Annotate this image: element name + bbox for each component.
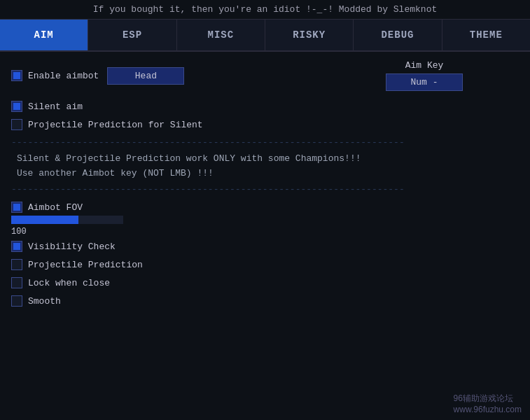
aim-key-label: Aim Key — [405, 60, 444, 71]
silent-aim-checkbox[interactable] — [11, 101, 22, 112]
tab-risky[interactable]: RISKY — [265, 20, 354, 50]
watermark: 96辅助游戏论坛www.96fuzhu.com — [454, 393, 522, 414]
aim-key-button[interactable]: Num - — [386, 74, 463, 91]
aimbot-fov-row: Aimbot FOV — [11, 202, 519, 213]
enable-aimbot-checkbox[interactable] — [11, 70, 22, 81]
target-dropdown[interactable]: Head — [107, 67, 184, 85]
separator-2: ----------------------------------------… — [11, 184, 519, 195]
top-message-text: If you bought it, then you're an idiot !… — [93, 4, 437, 15]
note-1: Silent & Projectile Prediction work ONLY… — [17, 153, 519, 164]
projectile-prediction-label: Projectile Prediction — [28, 260, 143, 270]
tab-bar: AIM ESP MISC RISKY DEBUG THEME — [0, 20, 530, 52]
projectile-prediction-silent-checkbox[interactable] — [11, 119, 22, 130]
fov-slider-fill — [11, 216, 78, 224]
visibility-check-label: Visibility Check — [28, 241, 116, 252]
smooth-row: Smooth — [11, 295, 519, 307]
tab-debug[interactable]: DEBUG — [354, 20, 442, 50]
tab-aim[interactable]: AIM — [0, 20, 88, 50]
note-2: Use another Aimbot key (NOT LMB) !!! — [17, 168, 519, 178]
visibility-check-row: Visibility Check — [11, 241, 519, 252]
aimbot-fov-checkbox[interactable] — [11, 202, 22, 213]
enable-aimbot-row: Enable aimbot Head Aim Key Num - — [11, 60, 519, 91]
aimbot-fov-label: Aimbot FOV — [28, 202, 83, 213]
separator-1: ----------------------------------------… — [11, 137, 519, 148]
visibility-check-checkbox[interactable] — [11, 241, 22, 252]
projectile-prediction-silent-row: Projectile Prediction for Silent — [11, 119, 519, 130]
projectile-prediction-row: Projectile Prediction — [11, 259, 519, 270]
projectile-prediction-checkbox[interactable] — [11, 259, 22, 270]
lock-when-close-checkbox[interactable] — [11, 277, 22, 288]
tab-theme[interactable]: THEME — [442, 20, 530, 50]
enable-aimbot-label: Enable aimbot — [28, 71, 99, 81]
aim-panel: Enable aimbot Head Aim Key Num - Silent … — [0, 52, 530, 322]
aim-key-section: Aim Key Num - — [386, 60, 463, 91]
projectile-prediction-silent-label: Projectile Prediction for Silent — [28, 120, 203, 130]
lock-when-close-row: Lock when close — [11, 277, 519, 288]
aimbot-fov-section: Aimbot FOV 100 — [11, 202, 519, 237]
fov-slider-value: 100 — [11, 227, 519, 237]
fov-slider[interactable] — [11, 216, 123, 224]
top-message-bar: If you bought it, then you're an idiot !… — [0, 0, 530, 20]
silent-aim-row: Silent aim — [11, 101, 519, 112]
silent-aim-label: Silent aim — [28, 102, 83, 112]
tab-misc[interactable]: MISC — [177, 20, 265, 50]
smooth-checkbox[interactable] — [11, 295, 22, 307]
smooth-label: Smooth — [28, 296, 61, 307]
lock-when-close-label: Lock when close — [28, 278, 110, 288]
tab-esp[interactable]: ESP — [88, 20, 176, 50]
